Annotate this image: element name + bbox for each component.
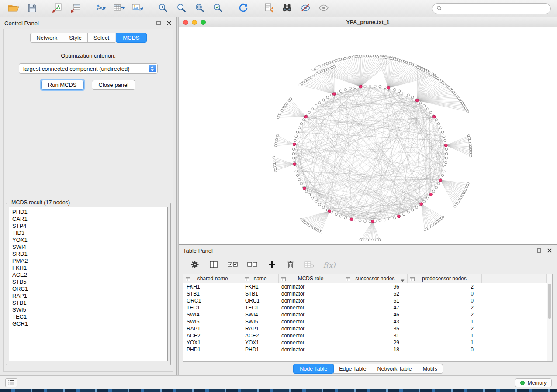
graph-node[interactable] — [441, 174, 444, 177]
tab-node-table[interactable]: Node Table — [293, 364, 334, 374]
result-node-item[interactable]: RAP1 — [12, 292, 164, 299]
graph-hub-node[interactable] — [430, 193, 433, 196]
graph-node[interactable] — [326, 68, 329, 70]
graph-node[interactable] — [273, 156, 275, 158]
graph-node[interactable] — [423, 200, 426, 203]
tab-edge-table[interactable]: Edge Table — [333, 364, 372, 374]
graph-node[interactable] — [360, 239, 362, 241]
graph-node[interactable] — [426, 197, 429, 199]
mcds-result-list[interactable]: PHD1CAR1STP4TID3YOX1SWI4SRD1PMA2FKH1ACE2… — [9, 207, 168, 361]
graph-node[interactable] — [308, 194, 311, 196]
graph-node[interactable] — [339, 215, 342, 217]
zoom-in-button[interactable] — [156, 2, 170, 15]
graph-node[interactable] — [407, 94, 410, 96]
graph-node[interactable] — [354, 219, 356, 221]
result-node-item[interactable]: SWI5 — [12, 306, 164, 313]
graph-node[interactable] — [339, 90, 342, 93]
zoom-out-button[interactable] — [174, 2, 189, 15]
graph-node[interactable] — [359, 220, 361, 222]
table-vertical-scrollbar[interactable] — [547, 274, 552, 361]
add-column-button[interactable] — [267, 259, 277, 271]
graph-node[interactable] — [444, 165, 446, 168]
refresh-button[interactable] — [236, 2, 251, 15]
graph-node[interactable] — [437, 123, 440, 125]
float-icon[interactable] — [536, 248, 542, 254]
graph-node[interactable] — [298, 179, 301, 181]
table-row[interactable]: SWI4SWI4dominator462 — [183, 311, 547, 318]
share-document-button[interactable] — [261, 2, 276, 15]
graph-node[interactable] — [364, 220, 367, 223]
result-node-item[interactable]: YOX1 — [12, 237, 164, 244]
graph-node[interactable] — [403, 92, 405, 94]
result-node-item[interactable]: PHD1 — [12, 209, 164, 216]
tab-motifs[interactable]: Motifs — [417, 364, 443, 374]
graph-node[interactable] — [371, 55, 373, 57]
criterion-dropdown[interactable]: largest connected component (undirected) — [19, 63, 158, 74]
graph-node[interactable] — [329, 67, 331, 69]
select-all-button[interactable] — [228, 259, 238, 271]
graph-hub-node[interactable] — [304, 115, 308, 118]
graph-node[interactable] — [339, 58, 342, 61]
hide-details-button[interactable] — [298, 2, 313, 15]
graph-node[interactable] — [369, 55, 371, 57]
float-icon[interactable] — [156, 20, 162, 26]
graph-hub-node[interactable] — [293, 163, 296, 166]
export-network-button[interactable] — [93, 2, 108, 15]
column-header-predecessor-nodes[interactable]: predecessor nodes — [407, 274, 481, 283]
graph-node[interactable] — [292, 152, 295, 155]
graph-node[interactable] — [331, 66, 333, 69]
graph-node[interactable] — [346, 57, 348, 59]
graph-node[interactable] — [432, 190, 435, 193]
run-mcds-button[interactable]: Run MCDS — [41, 80, 84, 90]
graph-node[interactable] — [344, 217, 347, 219]
search-box[interactable] — [432, 3, 551, 14]
graph-node[interactable] — [344, 57, 346, 59]
graph-node[interactable] — [394, 88, 396, 91]
export-table-button[interactable] — [112, 2, 127, 15]
graph-node[interactable] — [360, 55, 362, 57]
result-node-item[interactable]: SRD1 — [12, 251, 164, 258]
graph-node[interactable] — [298, 127, 301, 129]
table-row[interactable]: SWI5SWI5connector431 — [183, 318, 547, 325]
zoom-selected-button[interactable] — [211, 2, 225, 15]
graph-node[interactable] — [443, 170, 445, 172]
table-row[interactable]: YOX1YOX1connector291 — [183, 339, 547, 346]
table-row[interactable]: FKH1FKH1dominator962 — [183, 283, 547, 290]
graph-hub-node[interactable] — [387, 86, 390, 89]
graph-hub-node[interactable] — [420, 203, 423, 206]
graph-node[interactable] — [369, 220, 371, 223]
graph-node[interactable] — [322, 206, 325, 209]
import-table-button[interactable] — [68, 2, 83, 15]
graph-node[interactable] — [357, 55, 360, 58]
graph-node[interactable] — [305, 190, 308, 193]
graph-node[interactable] — [419, 102, 422, 104]
graph-node[interactable] — [441, 131, 444, 133]
table-row[interactable]: TEC1TEC1connector472 — [183, 304, 547, 311]
graph-node[interactable] — [315, 200, 317, 203]
binoculars-button[interactable] — [280, 2, 294, 15]
graph-node[interactable] — [296, 131, 299, 133]
zoom-fit-button[interactable] — [192, 2, 207, 15]
import-network-button[interactable] — [50, 2, 65, 15]
graph-node[interactable] — [333, 60, 335, 62]
graph-node[interactable] — [444, 139, 446, 142]
graph-node[interactable] — [303, 119, 305, 121]
graph-node[interactable] — [294, 139, 296, 142]
result-node-item[interactable]: TID3 — [12, 230, 164, 237]
graph-node[interactable] — [308, 111, 311, 114]
search-input[interactable] — [445, 6, 547, 12]
save-button[interactable] — [24, 2, 39, 15]
graph-node[interactable] — [337, 59, 339, 61]
graph-node[interactable] — [445, 157, 448, 159]
graph-node[interactable] — [426, 108, 429, 110]
graph-hub-node[interactable] — [350, 218, 353, 221]
graph-node[interactable] — [423, 105, 426, 107]
graph-node[interactable] — [369, 85, 371, 87]
graph-node[interactable] — [364, 85, 367, 88]
graph-node[interactable] — [295, 135, 298, 138]
graph-node[interactable] — [318, 102, 321, 104]
graph-hub-node[interactable] — [397, 215, 400, 218]
graph-node[interactable] — [437, 182, 440, 185]
graph-node[interactable] — [292, 148, 295, 151]
graph-node[interactable] — [315, 105, 317, 107]
